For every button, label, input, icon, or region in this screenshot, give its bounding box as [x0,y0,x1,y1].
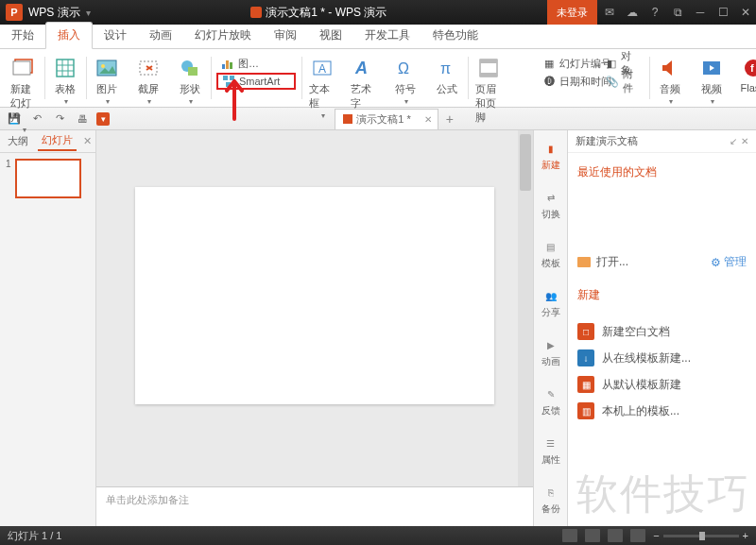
blank-doc-icon: □ [577,323,594,340]
leftpanel-close-icon[interactable]: ✕ [83,135,92,147]
symbol-icon: Ω [392,55,419,81]
chart-icon [221,57,234,70]
svg-rect-11 [188,67,198,76]
view-normal-icon[interactable] [562,529,577,542]
open-button[interactable]: 打开... [577,254,628,270]
svg-rect-12 [222,64,225,69]
shape-button[interactable]: 形状▾ [173,53,207,108]
chart-button[interactable]: 图… [216,55,296,72]
picture-button[interactable]: 图片▾ [90,53,124,108]
svg-rect-17 [226,82,231,87]
document-title-text: 演示文稿1 * - WPS 演示 [266,5,387,21]
vertical-scrollbar[interactable] [518,130,533,486]
new-online-template[interactable]: ↓从在线模板新建... [577,345,747,371]
sidestrip-switch[interactable]: ⇄切换 [534,185,567,225]
sidestrip-share[interactable]: 👥分享 [534,283,567,323]
picture-icon [94,55,120,81]
flash-button[interactable]: f Flash [736,53,756,95]
recent-docs-link[interactable]: 最近使用的文档 [577,161,747,184]
tab-design[interactable]: 设计 [93,23,138,48]
sidestrip-feedback[interactable]: ✎反馈 [534,382,567,421]
manage-button[interactable]: ⚙管理 [711,254,747,270]
close-button[interactable]: ✕ [735,0,756,25]
print-icon[interactable]: 🖶 [74,111,91,128]
svg-rect-25 [480,73,497,77]
tab-features[interactable]: 特色功能 [421,23,490,48]
redo-icon[interactable]: ↷ [51,111,68,128]
share-icon: 👥 [542,287,559,304]
view-slideshow-icon[interactable] [630,529,645,542]
object-icon: ◧ [606,57,617,70]
qat-more-icon[interactable]: ▾ [96,112,110,126]
formula-button[interactable]: π 公式 [430,53,464,98]
minimize-button[interactable]: ─ [690,0,711,25]
svg-rect-16 [230,76,234,80]
document-tab[interactable]: 演示文稿1 * ✕ [335,109,438,129]
login-button[interactable]: 未登录 [547,0,597,25]
tab-start[interactable]: 开始 [0,23,45,48]
tab-insert[interactable]: 插入 [45,22,93,49]
rightpanel-header: 新建演示文稿 ↙✕ [568,130,756,153]
new-slide-button[interactable]: 新建幻灯片▾ [7,53,41,136]
header-footer-button[interactable]: 页眉和页脚 [472,53,506,127]
folder-icon [577,257,591,267]
cloud-icon[interactable]: ☁ [622,0,643,25]
rp-pin-icon[interactable]: ↙ [730,136,737,146]
help-icon[interactable]: ? [644,0,665,25]
screenshot-icon [135,55,162,81]
tab-review[interactable]: 审阅 [263,23,308,48]
tab-devtools[interactable]: 开发工具 [353,23,421,48]
doctab-close-icon[interactable]: ✕ [424,114,432,125]
new-blank-doc[interactable]: □新建空白文档 [577,318,747,345]
switch-icon: ⇄ [542,189,559,206]
menu-tabs: 开始 插入 设计 动画 幻灯片放映 审阅 视图 开发工具 特色功能 [0,25,756,49]
new-slide-label: 新建幻灯片 [10,82,37,125]
sidestrip-template[interactable]: ▤模板 [534,234,567,274]
new-tab-button[interactable]: + [438,111,461,127]
smartart-button[interactable]: SmartArt [216,73,296,90]
rp-close-icon[interactable]: ✕ [741,136,748,146]
attach-label: 附件 [623,67,640,95]
tab-view[interactable]: 视图 [308,23,353,48]
new-slide-icon [10,55,37,81]
view-reading-icon[interactable] [608,529,623,542]
sidestrip-props[interactable]: ☰属性 [534,431,567,470]
header-footer-label: 页眉和页脚 [475,82,502,125]
new-local-template[interactable]: ▥本机上的模板... [577,398,747,424]
zoom-in-icon[interactable]: + [743,530,748,541]
sidestrip-anim[interactable]: ▶动画 [534,332,567,372]
tab-slideshow[interactable]: 幻灯片放映 [183,23,263,48]
audio-icon [657,55,683,81]
zoom-out-icon[interactable]: − [653,530,659,541]
screenshot-button[interactable]: 截屏▾ [131,53,165,108]
new-default-template[interactable]: ▦从默认模板新建 [577,371,747,398]
slide[interactable] [135,187,494,404]
flash-icon: f [740,55,756,81]
title-bar: P WPS 演示 ▾ 演示文稿1 * - WPS 演示 未登录 ✉ ☁ ? ⧉ … [0,0,756,25]
props-icon: ☰ [542,434,559,451]
audio-button[interactable]: 音频▾ [653,53,687,108]
video-button[interactable]: 视频▾ [695,53,729,108]
formula-label: 公式 [437,82,457,96]
attachment-button[interactable]: 📎附件 [601,73,644,90]
pin-icon[interactable]: ⧉ [667,0,688,25]
tab-animation[interactable]: 动画 [138,23,183,48]
formula-icon: π [434,55,460,81]
svg-rect-15 [223,76,228,80]
slide-counter: 幻灯片 1 / 1 [8,529,61,543]
zoom-slider[interactable] [663,535,739,537]
thumb-preview [15,159,81,198]
slide-thumbnail[interactable]: 1 [6,159,90,198]
sidestrip-new[interactable]: ▮新建 [534,136,567,176]
table-button[interactable]: 表格▾ [48,53,82,108]
zoom-control[interactable]: − + [653,530,748,541]
default-tpl-icon: ▦ [577,376,594,393]
chat-icon[interactable]: ✉ [599,0,620,25]
app-logo-icon: P [6,4,23,21]
sidestrip-backup[interactable]: ⎘备份 [534,480,567,519]
symbol-button[interactable]: Ω 符号▾ [388,53,422,108]
maximize-button[interactable]: ☐ [713,0,733,25]
slides-tab[interactable]: 幻灯片 [38,131,77,151]
view-sorter-icon[interactable] [585,529,600,542]
notes-pane[interactable]: 单击此处添加备注 [96,486,533,526]
